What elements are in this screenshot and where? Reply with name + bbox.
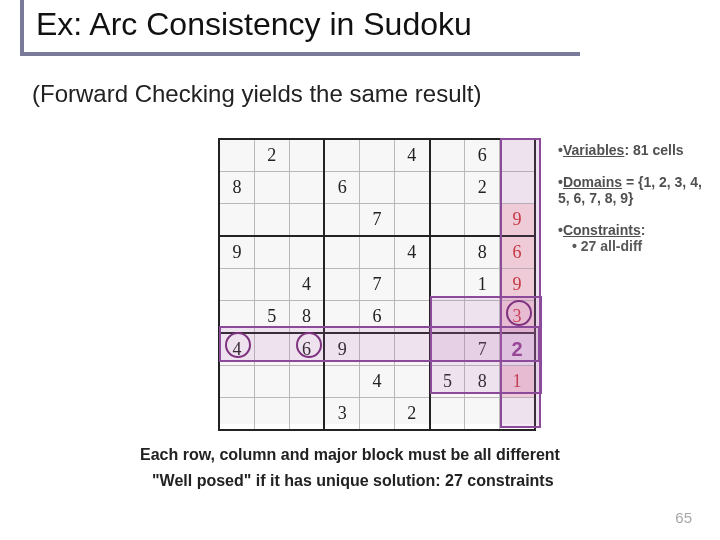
sudoku-cell: 9 — [500, 269, 535, 301]
sudoku-cell — [219, 269, 254, 301]
sudoku-cell: 1 — [465, 269, 500, 301]
sudoku-cell: 6 — [500, 236, 535, 269]
sudoku-cell: 8 — [289, 301, 324, 334]
sudoku-cell — [500, 139, 535, 172]
sudoku-cell: 5 — [254, 301, 289, 334]
note-label: Constraints — [563, 222, 641, 238]
sudoku-cell: 4 — [394, 236, 429, 269]
sudoku-cell — [289, 172, 324, 204]
sudoku-cell — [394, 333, 429, 366]
sudoku-cell — [254, 204, 289, 237]
sudoku-cell — [324, 236, 359, 269]
sudoku-cell — [430, 204, 465, 237]
sudoku-cell: 3 — [324, 398, 359, 431]
sudoku-cell — [430, 236, 465, 269]
sudoku-cell — [219, 139, 254, 172]
sudoku-grid: 2468627994864719586346972458132 — [218, 138, 540, 424]
note-constraints: •Constraints: • 27 all-diff — [558, 222, 714, 254]
sudoku-cell — [289, 139, 324, 172]
page-title: Ex: Arc Consistency in Sudoku — [36, 0, 580, 48]
sudoku-cell — [430, 333, 465, 366]
sudoku-cell: 7 — [360, 269, 395, 301]
sudoku-cell — [430, 172, 465, 204]
sudoku-cell — [219, 301, 254, 334]
sudoku-cell — [465, 398, 500, 431]
note-variables: •Variables: 81 cells — [558, 142, 714, 158]
sudoku-cell — [360, 333, 395, 366]
sudoku-cell — [394, 204, 429, 237]
sudoku-cell — [394, 301, 429, 334]
sudoku-cell — [324, 269, 359, 301]
sudoku-cell — [360, 236, 395, 269]
sudoku-cell — [324, 204, 359, 237]
sudoku-cell — [394, 366, 429, 398]
sudoku-cell: 2 — [465, 172, 500, 204]
sudoku-cell: 5 — [430, 366, 465, 398]
sudoku-cell: 8 — [219, 172, 254, 204]
sudoku-cell: 7 — [465, 333, 500, 366]
sudoku-cell — [219, 204, 254, 237]
sudoku-cell — [254, 366, 289, 398]
note-label: Variables — [563, 142, 625, 158]
sudoku-cell: 4 — [394, 139, 429, 172]
sudoku-cell — [430, 398, 465, 431]
sudoku-cell — [254, 333, 289, 366]
sudoku-cell — [219, 398, 254, 431]
title-block: Ex: Arc Consistency in Sudoku — [20, 0, 580, 56]
sudoku-cell — [360, 398, 395, 431]
sudoku-cell — [324, 139, 359, 172]
sudoku-cell: 7 — [360, 204, 395, 237]
sudoku-cell: 2 — [394, 398, 429, 431]
sudoku-cell — [500, 398, 535, 431]
sudoku-cell: 8 — [465, 236, 500, 269]
sudoku-cell — [394, 172, 429, 204]
page-number: 65 — [675, 509, 692, 526]
sudoku-cell — [360, 172, 395, 204]
sudoku-cell — [465, 301, 500, 334]
sudoku-cell — [289, 398, 324, 431]
sudoku-cell — [254, 172, 289, 204]
sudoku-cell: 9 — [219, 236, 254, 269]
sudoku-cell — [394, 269, 429, 301]
sudoku-cell — [465, 204, 500, 237]
sudoku-cell — [360, 139, 395, 172]
sudoku-cell: 9 — [500, 204, 535, 237]
sudoku-cell: 9 — [324, 333, 359, 366]
sudoku-cell: 4 — [219, 333, 254, 366]
sudoku-cell: 6 — [465, 139, 500, 172]
slide: Ex: Arc Consistency in Sudoku (Forward C… — [0, 0, 720, 540]
sudoku-cell: 2 — [254, 139, 289, 172]
sudoku-cell — [324, 301, 359, 334]
note-value: 27 all-diff — [577, 238, 642, 254]
note-label: Domains — [563, 174, 622, 190]
sudoku-cell — [430, 269, 465, 301]
sudoku-cell — [430, 139, 465, 172]
sudoku-cell: 2 — [500, 333, 535, 366]
sudoku-cell — [289, 366, 324, 398]
sudoku-cell: 4 — [289, 269, 324, 301]
sudoku-cell — [289, 204, 324, 237]
sudoku-cell: 6 — [289, 333, 324, 366]
sudoku-cell — [430, 301, 465, 334]
sudoku-cell — [500, 172, 535, 204]
sudoku-cell: 8 — [465, 366, 500, 398]
note-value: : 81 cells — [624, 142, 683, 158]
sudoku-cell — [324, 366, 359, 398]
sudoku-cell: 4 — [360, 366, 395, 398]
sudoku-cell — [219, 366, 254, 398]
notes-panel: •Variables: 81 cells •Domains = {1, 2, 3… — [558, 142, 714, 270]
sudoku-cell: 6 — [324, 172, 359, 204]
sudoku-cell: 3 — [500, 301, 535, 334]
subtitle: (Forward Checking yields the same result… — [32, 80, 482, 108]
sudoku-cell — [254, 236, 289, 269]
sudoku-cell: 6 — [360, 301, 395, 334]
caption-wellposed: "Well posed" if it has unique solution: … — [152, 472, 554, 490]
sudoku-cell — [254, 269, 289, 301]
note-sub: • 27 all-diff — [572, 238, 714, 254]
caption-rule: Each row, column and major block must be… — [140, 446, 560, 464]
sudoku-cell — [254, 398, 289, 431]
sudoku-cell — [289, 236, 324, 269]
note-domains: •Domains = {1, 2, 3, 4, 5, 6, 7, 8, 9} — [558, 174, 714, 206]
sudoku-cell: 1 — [500, 366, 535, 398]
